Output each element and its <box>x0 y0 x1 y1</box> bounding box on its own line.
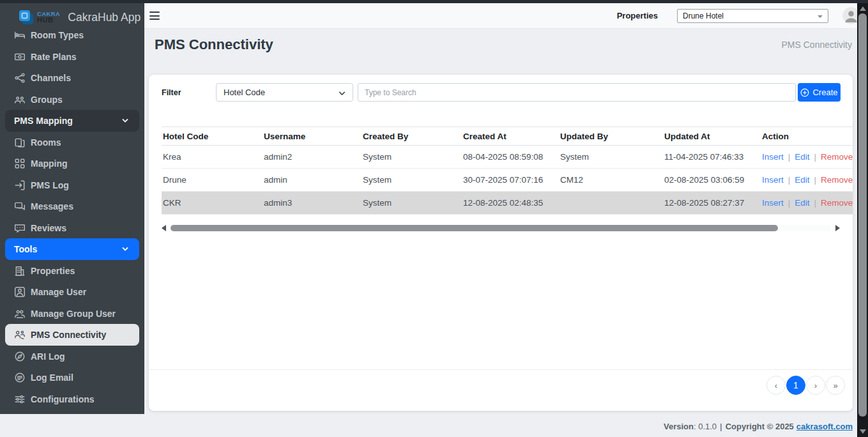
action-divider: | <box>784 175 795 185</box>
filter-field-value: Hotel Code <box>224 88 265 97</box>
connectivity-users-icon <box>14 329 26 341</box>
table-header-row: Hotel Code Username Created By Created A… <box>162 127 853 146</box>
user-badge-icon <box>14 286 26 298</box>
remove-link[interactable]: Remove <box>821 152 853 162</box>
sidebar-item-log-email[interactable]: Log Email <box>5 367 139 388</box>
sidebar-item-pms-connectivity[interactable]: PMS Connectivity <box>5 324 139 346</box>
column-header-username: Username <box>263 127 362 146</box>
sidebar-item-label: PMS Connectivity <box>31 330 106 340</box>
column-header-action: Action <box>761 127 853 146</box>
pms-table: Hotel Code Username Created By Created A… <box>162 126 853 215</box>
table-row[interactable]: Krea admin2 System 08-04-2025 08:59:08 S… <box>162 146 853 169</box>
remove-link[interactable]: Remove <box>821 198 853 208</box>
table-row-selected[interactable]: CKR admin3 System 12-08-2025 02:48:35 12… <box>162 192 853 215</box>
edit-link[interactable]: Edit <box>795 152 809 162</box>
insert-link[interactable]: Insert <box>762 152 784 162</box>
column-header-created-at: Created At <box>462 127 559 146</box>
cell-updated-by: CM12 <box>559 169 663 192</box>
cell-actions: Insert|Edit|Remove <box>761 146 853 169</box>
cell-updated-by: System <box>559 146 663 169</box>
sidebar-item-label: Room Types <box>31 30 84 40</box>
sidebar-item-groups[interactable]: Groups <box>5 89 139 111</box>
sidebar-item-pms-mapping[interactable]: PMS Mapping <box>5 110 139 132</box>
sidebar-item-manage-user[interactable]: Manage User <box>5 281 139 303</box>
pagination-next-button[interactable]: › <box>806 376 825 395</box>
cell-hotel-code: Drune <box>162 169 263 192</box>
sidebar-item-mapping[interactable]: Mapping <box>5 153 139 174</box>
version-label: Version <box>664 422 694 431</box>
property-select[interactable]: Drune Hotel <box>677 9 828 23</box>
table-row[interactable]: Drune admin System 30-07-2025 07:07:16 C… <box>162 169 853 192</box>
sidebar-item-label: PMS Mapping <box>14 116 73 126</box>
filter-label: Filter <box>162 88 216 97</box>
column-header-updated-at: Updated At <box>663 127 761 146</box>
sidebar-item-rate-plans[interactable]: Rate Plans <box>5 46 139 68</box>
pms-connectivity-card: Filter Hotel Code Create <box>149 75 853 411</box>
pagination-last-button[interactable]: » <box>826 376 845 395</box>
menu-icon[interactable] <box>149 12 160 20</box>
log-export-icon <box>14 180 26 191</box>
chevron-down-icon <box>818 15 823 18</box>
edit-link[interactable]: Edit <box>795 175 809 185</box>
sidebar-item-label: ARI Log <box>31 351 65 362</box>
sidebar-item-ari-log[interactable]: ARI Log <box>5 346 139 367</box>
sidebar-menu: Room Types Rate Plans Channels Groups PM… <box>0 24 144 410</box>
sidebar-item-rooms[interactable]: Rooms <box>5 132 139 153</box>
pagination: ‹ 1 › » <box>766 376 845 395</box>
remove-link[interactable]: Remove <box>821 175 853 185</box>
cakrahub-logo-icon <box>18 9 34 26</box>
chevron-down-icon <box>338 89 346 98</box>
cell-updated-at: 11-04-2025 07:46:33 <box>663 146 761 169</box>
sidebar-item-label: Manage Group User <box>31 309 116 319</box>
sidebar-item-pms-log[interactable]: PMS Log <box>5 174 139 196</box>
sidebar-item-tools[interactable]: Tools <box>5 238 139 260</box>
action-divider: | <box>810 152 821 162</box>
scroll-right-icon[interactable] <box>835 225 840 231</box>
topbar: Properties Drune Hotel <box>144 3 857 29</box>
cakrasoft-link[interactable]: cakrasoft.com <box>796 422 853 431</box>
cell-created-at: 08-04-2025 08:59:08 <box>462 146 559 169</box>
insert-link[interactable]: Insert <box>762 175 784 185</box>
pagination-prev-button[interactable]: ‹ <box>766 376 786 395</box>
sidebar-item-label: Manage User <box>31 287 86 297</box>
create-button[interactable]: Create <box>798 83 841 102</box>
vertical-scrollbar[interactable] <box>857 0 868 437</box>
table-wrap: Hotel Code Username Created By Created A… <box>162 126 853 215</box>
brand: CAKRA HUB CakraHub App <box>0 3 144 31</box>
sidebar-item-label: Groups <box>31 95 63 105</box>
sliders-icon <box>14 394 26 405</box>
vertical-scroll-thumb[interactable] <box>858 13 867 417</box>
sidebar-item-channels[interactable]: Channels <box>5 67 139 89</box>
sidebar-item-manage-group-user[interactable]: Manage Group User <box>5 303 139 325</box>
search-input[interactable] <box>358 83 796 102</box>
review-comment-icon <box>14 222 26 234</box>
horizontal-scroll-track[interactable] <box>171 225 831 231</box>
sidebar-item-properties[interactable]: Properties <box>5 260 139 282</box>
pagination-page-1-button[interactable]: 1 <box>786 376 805 395</box>
main-content: PMS Connectivity PMS Connectivity Filter… <box>144 29 857 415</box>
app-window: CAKRA HUB CakraHub App Room Types Rate P… <box>0 0 868 437</box>
scroll-left-icon[interactable] <box>162 225 166 231</box>
card-divider <box>149 369 853 370</box>
cell-updated-at: 12-08-2025 08:27:37 <box>663 192 761 215</box>
share-network-icon <box>14 72 26 84</box>
sidebar-item-reviews[interactable]: Reviews <box>5 217 139 239</box>
sidebar-item-label: PMS Log <box>31 180 69 190</box>
sidebar-item-label: Channels <box>31 73 71 83</box>
footer-divider: | <box>717 422 726 431</box>
scroll-up-icon[interactable] <box>860 6 866 11</box>
insert-link[interactable]: Insert <box>762 198 784 208</box>
sidebar-item-configurations[interactable]: Configurations <box>5 388 139 410</box>
sidebar-item-messages[interactable]: Messages <box>5 195 139 217</box>
logo-text-bottom: HUB <box>37 17 60 24</box>
cell-hotel-code: Krea <box>162 146 263 169</box>
scroll-down-icon[interactable] <box>860 429 866 434</box>
filter-field-select[interactable]: Hotel Code <box>216 83 353 102</box>
edit-link[interactable]: Edit <box>795 198 809 208</box>
compass-icon <box>14 351 26 362</box>
horizontal-scroll-thumb[interactable] <box>171 225 778 231</box>
sidebar-item-label: Rate Plans <box>31 52 77 62</box>
cell-username: admin2 <box>263 146 362 169</box>
action-divider: | <box>810 198 821 208</box>
app-title: CakraHub App <box>68 11 141 24</box>
